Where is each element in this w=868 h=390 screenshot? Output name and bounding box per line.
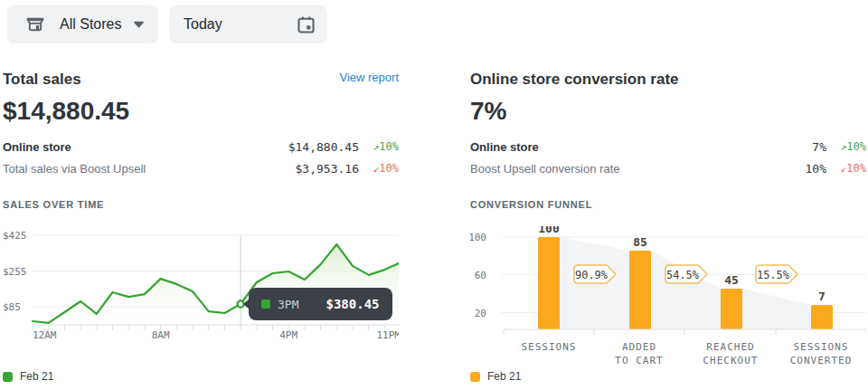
sales-over-time-heading: SALES OVER TIME xyxy=(3,199,399,211)
funnel-bar-sessions xyxy=(538,237,560,329)
svg-text:15.5%: 15.5% xyxy=(757,269,790,281)
funnel-bar-converted xyxy=(811,305,833,329)
total-sales-title: Total sales xyxy=(3,71,81,89)
total-sales-value: $14,880.45 xyxy=(3,96,399,127)
conversion-value: 7% xyxy=(470,96,866,127)
svg-text:$425: $425 xyxy=(3,230,27,242)
metric-label: Online store xyxy=(3,140,278,154)
metric-change-down: ↙10% xyxy=(826,162,866,175)
store-filter-button[interactable]: All Stores xyxy=(7,5,158,43)
conversion-title: Online store conversion rate xyxy=(470,71,679,89)
funnel-chart[interactable]: 100 60 20 100 85 45 7 90.9% 54.5% 15.5% xyxy=(470,226,866,370)
svg-text:8AM: 8AM xyxy=(152,329,170,341)
tooltip-series-swatch xyxy=(261,300,270,309)
svg-text:100: 100 xyxy=(470,232,486,243)
svg-text:CHECKOUT: CHECKOUT xyxy=(703,355,759,366)
conversion-funnel-heading: CONVERSION FUNNEL xyxy=(470,199,866,211)
metric-label: Boost Upsell conversion rate xyxy=(470,162,745,176)
funnel-legend: Feb 21 xyxy=(470,370,866,383)
svg-text:85: 85 xyxy=(633,235,647,249)
svg-text:REACHED: REACHED xyxy=(706,341,754,353)
svg-text:100: 100 xyxy=(538,226,560,235)
funnel-bar-checkout xyxy=(721,289,742,329)
svg-text:45: 45 xyxy=(724,273,739,287)
legend-label: Feb 21 xyxy=(487,370,521,383)
date-filter-label: Today xyxy=(184,16,222,33)
date-filter-button[interactable]: Today xyxy=(169,5,327,43)
conversion-rate-panel: Online store conversion rate 7% Online s… xyxy=(470,71,866,383)
funnel-bar-added xyxy=(629,251,651,329)
svg-text:7: 7 xyxy=(818,290,826,303)
metric-label: Online store xyxy=(470,140,745,154)
store-filter-label: All Stores xyxy=(60,16,121,33)
metric-value: $3,953.16 xyxy=(278,162,359,176)
metric-label: Total sales via Boost Upsell xyxy=(3,162,278,176)
svg-text:SESSIONS: SESSIONS xyxy=(794,341,849,353)
svg-text:4PM: 4PM xyxy=(279,329,297,341)
svg-text:20: 20 xyxy=(475,308,486,319)
metric-value: 7% xyxy=(745,140,826,154)
metric-row-online-store-rate: Online store 7% ↗10% xyxy=(470,136,866,157)
metric-change-up: ↗10% xyxy=(826,140,866,153)
svg-text:$85: $85 xyxy=(3,301,21,313)
metric-change-up: ↗10% xyxy=(359,140,399,153)
svg-text:11PM: 11PM xyxy=(377,329,400,341)
filters-toolbar: All Stores Today xyxy=(0,0,868,49)
chart-tooltip: 3PM $380.45 xyxy=(249,288,392,320)
tooltip-time: 3PM xyxy=(278,298,298,311)
svg-text:60: 60 xyxy=(475,270,486,281)
tooltip-value: $380.45 xyxy=(326,297,379,311)
total-sales-panel: Total sales View report $14,880.45 Onlin… xyxy=(3,71,399,383)
legend-label: Feb 21 xyxy=(20,370,53,383)
sales-legend: Feb 21 xyxy=(3,370,399,383)
dashboard-panels: Total sales View report $14,880.45 Onlin… xyxy=(0,49,868,390)
chevron-down-icon xyxy=(133,21,145,28)
svg-text:$255: $255 xyxy=(3,266,27,278)
svg-text:TO CART: TO CART xyxy=(615,355,663,366)
funnel-chart-svg: 100 60 20 100 85 45 7 90.9% 54.5% 15.5% xyxy=(470,226,866,366)
sales-chart-svg: $425 $255 $85 12AM 8AM 4PM 11PM xyxy=(3,228,399,344)
view-report-link[interactable]: View report xyxy=(339,71,399,84)
svg-text:54.5%: 54.5% xyxy=(666,269,700,281)
metric-value: $14,880.45 xyxy=(278,140,359,154)
svg-text:90.9%: 90.9% xyxy=(575,269,609,281)
metric-value: 10% xyxy=(745,162,826,176)
storefront-icon xyxy=(25,14,45,34)
calendar-icon xyxy=(296,14,316,35)
svg-text:12AM: 12AM xyxy=(33,329,57,341)
metric-row-boost-upsell: Total sales via Boost Upsell $3,953.16 ↙… xyxy=(3,157,399,179)
legend-swatch-orange xyxy=(470,372,480,382)
metric-change-down: ↙10% xyxy=(359,162,399,175)
svg-text:ADDED: ADDED xyxy=(622,341,656,353)
metric-row-online-store: Online store $14,880.45 ↗10% xyxy=(3,136,399,157)
sales-chart[interactable]: $425 $255 $85 12AM 8AM 4PM 11PM 3PM $380… xyxy=(3,228,399,347)
svg-text:SESSIONS: SESSIONS xyxy=(522,341,577,353)
metric-row-boost-upsell-rate: Boost Upsell conversion rate 10% ↙10% xyxy=(470,157,866,179)
legend-swatch-green xyxy=(3,372,13,382)
svg-text:CONVERTED: CONVERTED xyxy=(790,355,853,366)
